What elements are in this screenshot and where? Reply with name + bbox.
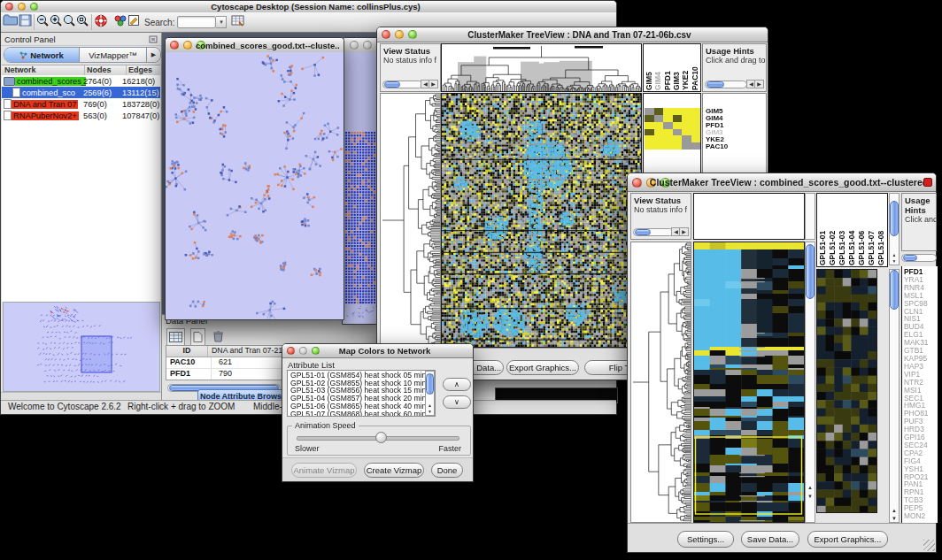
network-row[interactable]: RNAPuberNov2+563(0)107847(0) (2, 110, 160, 121)
column-label[interactable]: GPL51-03 (GSM856) (838, 195, 847, 265)
column-label[interactable]: GPL51-06 (GSM865) (857, 195, 867, 265)
attribute-item[interactable]: GPL51-07 (GSM868) heat shock 60 min (290, 410, 435, 417)
animate-vizmap-button[interactable]: Animate Vizmap (291, 463, 357, 478)
heatmap-cell[interactable] (663, 115, 673, 122)
scroll-thumb[interactable] (706, 81, 724, 88)
zoom-out-icon[interactable] (36, 14, 50, 31)
help-icon[interactable] (94, 14, 108, 31)
heatmap-cell[interactable] (682, 108, 691, 115)
heatmap-cell[interactable] (673, 108, 683, 115)
close-icon[interactable] (382, 30, 390, 39)
heatmap-cell[interactable] (691, 142, 701, 150)
zoom-selected-icon[interactable] (76, 14, 89, 31)
close-icon[interactable] (632, 178, 642, 188)
main-heatmap-canvas[interactable] (694, 242, 804, 522)
move-down-button[interactable]: ∨ (443, 395, 471, 409)
gene-list-vscrollbar[interactable]: ▲ ▼ (889, 269, 900, 523)
scroll-thumb[interactable] (426, 373, 434, 395)
heatmap-cell[interactable] (691, 135, 701, 142)
tab-overflow-icon[interactable]: ▶ (147, 48, 160, 62)
heatmap-cell[interactable] (654, 108, 664, 115)
network-row[interactable]: combined_scores_2764(0)16218(0) (2, 75, 160, 87)
scroll-down-icon[interactable]: ▼ (890, 258, 899, 264)
column-label[interactable]: GIM5 (645, 45, 653, 90)
heatmap-cell[interactable] (663, 135, 673, 142)
vizmapper-icon[interactable] (113, 14, 127, 30)
heatmap-cell[interactable] (663, 142, 673, 150)
heatmap-cell[interactable] (645, 108, 654, 115)
main-titlebar[interactable]: Cytoscape Desktop (Session Name: collins… (1, 1, 616, 13)
heatmap-cell[interactable] (682, 135, 691, 142)
move-up-button[interactable]: ∧ (443, 378, 471, 391)
close-icon[interactable] (350, 41, 359, 50)
scroll-thumb[interactable] (635, 229, 651, 235)
create-vizmap-button[interactable]: Create Vizmap (364, 463, 424, 478)
float-panel-icon[interactable] (149, 31, 158, 47)
search-dropdown-icon[interactable]: ▾ (216, 16, 227, 28)
tab-network[interactable]: Network (4, 48, 80, 62)
scroll-thumb[interactable] (890, 201, 899, 236)
heatmap-cell[interactable] (682, 115, 691, 122)
search-input[interactable] (177, 16, 216, 28)
treeview2-titlebar[interactable]: ClusterMaker TreeView : combined_scores_… (628, 173, 936, 192)
heatmap-cell[interactable] (654, 122, 664, 129)
heatmap-cell[interactable] (654, 142, 664, 150)
minimize-icon[interactable] (183, 41, 192, 50)
view-status-hscrollbar[interactable] (382, 81, 423, 88)
heatmap-cell[interactable] (645, 122, 654, 129)
heatmap-cell[interactable] (645, 129, 654, 136)
zoom-in-icon[interactable] (50, 14, 63, 31)
column-dendrogram-canvas[interactable] (442, 44, 641, 91)
column-label[interactable]: GIM4 (653, 45, 662, 90)
scroll-thumb[interactable] (903, 255, 917, 261)
close-icon[interactable] (5, 3, 13, 11)
global-heatmap-canvas[interactable] (442, 94, 641, 347)
zoom-heatmap-canvas[interactable] (817, 270, 876, 512)
scroll-up-icon[interactable]: ▲ (890, 508, 899, 513)
scroll-right-icon[interactable]: ▶ (754, 80, 764, 88)
heatmap-vscrollbar[interactable]: ▲ ▼ (805, 242, 815, 523)
column-label[interactable]: GPL51-08 (GSM872) (876, 195, 886, 265)
gene-label[interactable]: MON2 (904, 512, 938, 520)
scroll-up-icon[interactable]: ▲ (806, 485, 815, 490)
heatmap-cell[interactable] (645, 142, 654, 150)
heatmap-cell[interactable] (682, 142, 691, 150)
column-label[interactable]: PFD1 (663, 45, 672, 90)
scroll-down-icon[interactable]: ▼ (426, 409, 434, 414)
resize-grip[interactable] (923, 540, 935, 551)
dialog-titlebar[interactable]: Map Colors to Network (282, 344, 473, 358)
attribute-list-vscrollbar[interactable]: ▲ ▼ (425, 371, 435, 416)
usage-hints-hscrollbar[interactable] (901, 254, 937, 262)
heatmap-cell[interactable] (645, 135, 654, 142)
table-import-icon[interactable] (231, 14, 245, 31)
column-label[interactable]: GPL51-04 (GSM857) (847, 195, 857, 265)
network-canvas-2[interactable] (343, 52, 379, 324)
column-label[interactable]: PAC10 (691, 45, 699, 90)
heatmap-cell[interactable] (691, 122, 701, 129)
gene-label[interactable]: PAC10 (706, 143, 766, 150)
heatmap-cell[interactable] (673, 135, 683, 142)
save-session-icon[interactable] (19, 14, 32, 30)
network-row[interactable]: combined_sco2569(6)13112(15) (2, 87, 160, 98)
tab-vizmapper[interactable]: VizMapper™ (80, 48, 147, 62)
heatmap-cell[interactable] (682, 129, 691, 136)
scroll-down-icon[interactable]: ▼ (890, 516, 899, 521)
heatmap-cell[interactable] (682, 122, 691, 129)
settings-button[interactable]: Settings... (677, 531, 734, 548)
labels-vscrollbar[interactable]: ▲ ▼ (889, 193, 900, 265)
network-overview-canvas[interactable] (3, 302, 160, 392)
heatmap-cell[interactable] (654, 115, 664, 122)
usage-hints-hscrollbar[interactable] (705, 81, 747, 88)
heatmap-cell[interactable] (663, 122, 673, 129)
heatmap-cell[interactable] (691, 115, 701, 122)
heatmap-cell[interactable] (663, 108, 673, 115)
annotation-icon[interactable] (127, 14, 140, 30)
row-dendrogram-canvas[interactable] (631, 242, 691, 522)
speed-slider-thumb[interactable] (375, 432, 387, 443)
scroll-down-icon[interactable]: ▼ (806, 494, 815, 499)
heatmap-cell[interactable] (691, 108, 701, 115)
heatmap-cell[interactable] (673, 122, 683, 129)
scroll-right-icon[interactable]: ▶ (429, 80, 438, 88)
column-label[interactable]: GIM3 (672, 45, 681, 90)
export-graphics-button[interactable]: Export Graphics... (807, 531, 888, 548)
